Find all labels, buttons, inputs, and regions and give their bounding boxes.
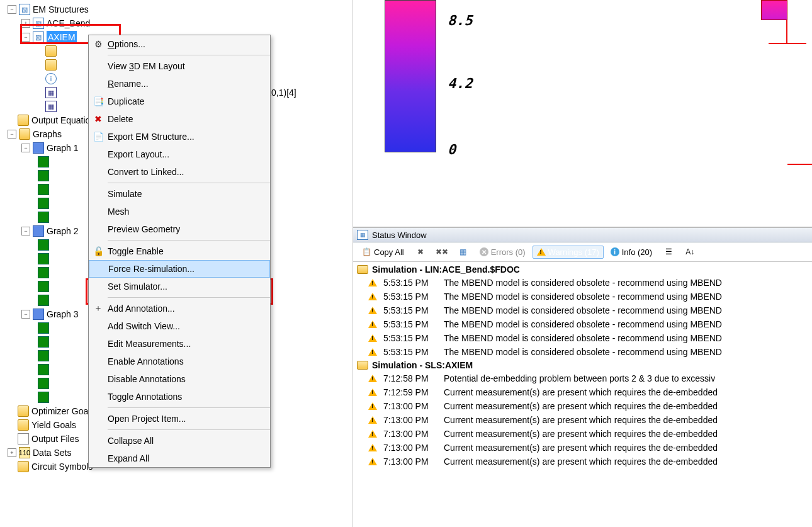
log-row[interactable]: 7:13:00 PMCurrent measurement(s) are pre… (353, 413, 812, 427)
folder-icon (18, 405, 29, 417)
menu-icon (89, 163, 108, 181)
sort-button[interactable]: A↓ (680, 245, 699, 259)
menu-item[interactable]: Enable Annotations (89, 353, 270, 370)
menu-item[interactable]: Add Switch View... (89, 317, 270, 335)
page-icon (18, 433, 29, 445)
menu-item[interactable]: 🔓Toggle Enable (89, 242, 270, 260)
menu-item[interactable]: Expand All (89, 450, 270, 467)
tree-node-em-structures[interactable]: − ▧ EM Structures (5, 3, 352, 16)
log-row[interactable]: 7:13:00 PMCurrent measurement(s) are pre… (353, 441, 812, 455)
menu-item[interactable]: Preview Geometry (89, 220, 270, 238)
menu-item[interactable]: Export Layout... (89, 145, 270, 163)
menu-item[interactable]: Force Re-simulation... (89, 260, 270, 278)
expand-icon[interactable]: − (8, 130, 16, 139)
menu-item[interactable]: Edit Measurements... (89, 335, 270, 353)
tree-label: AXIEM (47, 31, 77, 43)
open-item-button[interactable]: ▦ (454, 245, 473, 259)
list-view-button[interactable]: ☰ (659, 245, 678, 259)
expand-icon[interactable]: − (21, 144, 30, 152)
expand-icon[interactable]: − (21, 227, 30, 235)
list-icon: ☰ (663, 247, 674, 257)
expand-icon[interactable]: + (8, 448, 16, 457)
log-row[interactable]: 5:53:15 PMThe MBEND model is considered … (353, 317, 812, 331)
log-time: 7:12:59 PM (383, 387, 444, 397)
context-menu[interactable]: ⚙Options...View 3D EM LayoutRename...📑Du… (88, 35, 271, 468)
menu-label: Enable Annotations (108, 356, 264, 366)
menu-item[interactable]: 📑Duplicate (89, 93, 270, 110)
menu-icon (89, 317, 108, 335)
tree-node-ace-bend[interactable]: + ▧ ACE_Bend (5, 16, 352, 30)
menu-item[interactable]: Simulate (89, 185, 270, 203)
folder-icon (45, 45, 57, 57)
menu-item[interactable]: Set Simulator... (89, 278, 270, 295)
table-icon: ▦ (45, 87, 57, 98)
series-icon (38, 378, 49, 389)
menu-icon (89, 335, 108, 353)
tree-label: Circuit Symbols (31, 460, 93, 473)
log-row[interactable]: 7:12:58 PMPotential de-embedding problem… (353, 371, 812, 385)
warning-icon (368, 388, 377, 396)
errors-filter-button[interactable]: ✕ Errors (0) (475, 246, 530, 259)
em-icon: ▧ (33, 18, 44, 29)
expand-icon[interactable]: − (21, 33, 30, 42)
colorbar-tick: 8.5 (448, 13, 473, 28)
delete-all-button[interactable]: ✖✖ (432, 245, 451, 259)
series-icon (38, 364, 49, 375)
btn-label: Copy All (374, 247, 404, 257)
log-row[interactable]: 5:53:15 PMThe MBEND model is considered … (353, 290, 812, 303)
info-icon: i (45, 73, 57, 84)
geometry-edge (769, 43, 806, 44)
menu-item[interactable]: Convert to Linked... (89, 163, 270, 181)
folder-icon (18, 115, 29, 126)
log-time: 7:12:58 PM (383, 373, 444, 383)
log-group-header[interactable]: Simulation - LIN:ACE_Bend.$FDOC (353, 263, 812, 276)
menu-item[interactable]: Disable Annotations (89, 370, 270, 388)
expand-icon[interactable]: + (21, 19, 30, 28)
dataset-icon: 110 (19, 447, 30, 458)
expand-icon[interactable]: − (21, 310, 30, 319)
series-icon (38, 184, 49, 195)
log-row[interactable]: 7:13:00 PMCurrent measurement(s) are pre… (353, 455, 812, 468)
em-canvas[interactable]: 8.5 4.2 0 (353, 0, 812, 228)
menu-item[interactable]: 📄Export EM Structure... (89, 128, 270, 145)
menu-item[interactable]: Rename... (89, 75, 270, 93)
log-row[interactable]: 5:53:15 PMThe MBEND model is considered … (353, 303, 812, 317)
folder-icon (45, 59, 57, 71)
warning-icon (368, 444, 377, 451)
menu-item[interactable]: ⚙Options... (89, 35, 270, 53)
menu-item[interactable]: ✖Delete (89, 110, 270, 128)
log-time: 5:53:15 PM (383, 305, 444, 315)
log-group-header[interactable]: Simulation - SLS:AXIEM (353, 359, 812, 371)
log-message: Current measurement(s) are present which… (444, 401, 718, 411)
log-row[interactable]: 5:53:15 PMThe MBEND model is considered … (353, 331, 812, 345)
series-icon (38, 267, 49, 278)
menu-icon: 📄 (89, 128, 108, 145)
log-row[interactable]: 7:12:59 PMCurrent measurement(s) are pre… (353, 385, 812, 399)
menu-icon: ⚙ (89, 35, 108, 53)
btn-label: Errors (0) (491, 247, 526, 257)
warnings-filter-button[interactable]: Warnings (17) (533, 246, 604, 259)
copy-all-button[interactable]: 📋 Copy All (357, 245, 409, 259)
log-time: 7:13:00 PM (383, 429, 444, 439)
log-row[interactable]: 5:53:15 PMThe MBEND model is considered … (353, 345, 812, 359)
menu-item[interactable]: Toggle Annotations (89, 388, 270, 405)
delete-button[interactable]: ✖ (411, 245, 430, 259)
log-row[interactable]: 7:13:00 PMCurrent measurement(s) are pre… (353, 399, 812, 413)
info-filter-button[interactable]: i Info (20) (606, 246, 657, 259)
log-message: Current measurement(s) are present which… (444, 456, 718, 467)
menu-icon: 🔓 (89, 242, 108, 260)
graph-icon (33, 142, 44, 154)
menu-item[interactable]: Mesh (89, 203, 270, 220)
status-log[interactable]: Simulation - LIN:ACE_Bend.$FDOC5:53:15 P… (353, 262, 812, 527)
log-row[interactable]: 7:13:00 PMCurrent measurement(s) are pre… (353, 427, 812, 441)
expand-icon[interactable]: − (8, 5, 16, 14)
menu-icon (89, 353, 108, 370)
geometry-edge (787, 164, 812, 165)
menu-item[interactable]: Collapse All (89, 432, 270, 450)
log-row[interactable]: 5:53:15 PMThe MBEND model is considered … (353, 276, 812, 290)
menu-item[interactable]: Open Project Item... (89, 410, 270, 428)
menu-item[interactable]: View 3D EM Layout (89, 57, 270, 75)
menu-item[interactable]: ＋Add Annotation... (89, 300, 270, 317)
sort-icon: A↓ (685, 247, 695, 257)
tree-label: Output Files (31, 433, 79, 445)
